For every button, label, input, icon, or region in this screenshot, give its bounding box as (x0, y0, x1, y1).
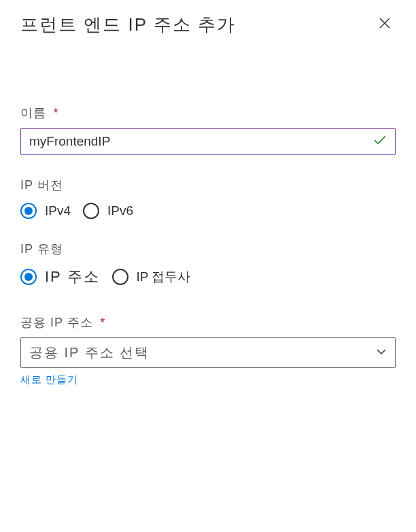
required-asterisk: * (100, 316, 105, 329)
ip-version-radio-row: IPv4 IPv6 (20, 203, 396, 219)
radio-circle (83, 203, 99, 219)
radio-dot (24, 273, 33, 281)
radio-circle (112, 269, 128, 285)
ipv6-label: IPv6 (107, 203, 133, 218)
ip-type-group: IP 유형 IP 주소 IP 접두사 (20, 241, 396, 287)
public-ip-group: 공용 IP 주소 * 공용 IP 주소 선택 새로 만들기 (20, 314, 396, 386)
public-ip-label-row: 공용 IP 주소 * (20, 314, 396, 337)
required-asterisk: * (53, 106, 58, 120)
close-button[interactable] (374, 12, 396, 37)
chevron-down-icon (376, 346, 387, 360)
name-label-row: 이름 * (20, 105, 396, 128)
ipv6-radio[interactable]: IPv6 (83, 203, 133, 219)
ip-type-label: IP 유형 (20, 241, 396, 257)
create-new-link[interactable]: 새로 만들기 (20, 373, 396, 386)
close-icon (378, 16, 392, 30)
ipv4-label: IPv4 (45, 203, 71, 218)
ip-prefix-radio[interactable]: IP 접두사 (112, 268, 191, 286)
name-input[interactable] (20, 128, 396, 155)
panel-title: 프런트 엔드 IP 주소 추가 (20, 13, 236, 37)
ip-address-radio[interactable]: IP 주소 (20, 267, 100, 287)
check-icon (372, 133, 387, 150)
name-field-group: 이름 * (20, 105, 396, 155)
name-label: 이름 (20, 105, 46, 121)
panel-header: 프런트 엔드 IP 주소 추가 (0, 0, 416, 44)
name-input-wrapper (20, 128, 396, 155)
dropdown-placeholder: 공용 IP 주소 선택 (29, 344, 150, 362)
ip-prefix-label: IP 접두사 (137, 268, 191, 286)
ipv4-radio[interactable]: IPv4 (20, 203, 71, 219)
ip-type-radio-row: IP 주소 IP 접두사 (20, 267, 396, 287)
ip-version-label: IP 버전 (20, 177, 396, 193)
form-body: 이름 * IP 버전 IPv4 IPv6 (0, 44, 416, 386)
radio-dot (24, 207, 33, 215)
ip-version-group: IP 버전 IPv4 IPv6 (20, 177, 396, 219)
public-ip-label: 공용 IP 주소 (20, 314, 93, 331)
radio-circle-selected (20, 269, 37, 285)
public-ip-dropdown[interactable]: 공용 IP 주소 선택 (20, 337, 396, 368)
radio-circle-selected (20, 203, 37, 219)
ip-address-label: IP 주소 (45, 267, 100, 287)
